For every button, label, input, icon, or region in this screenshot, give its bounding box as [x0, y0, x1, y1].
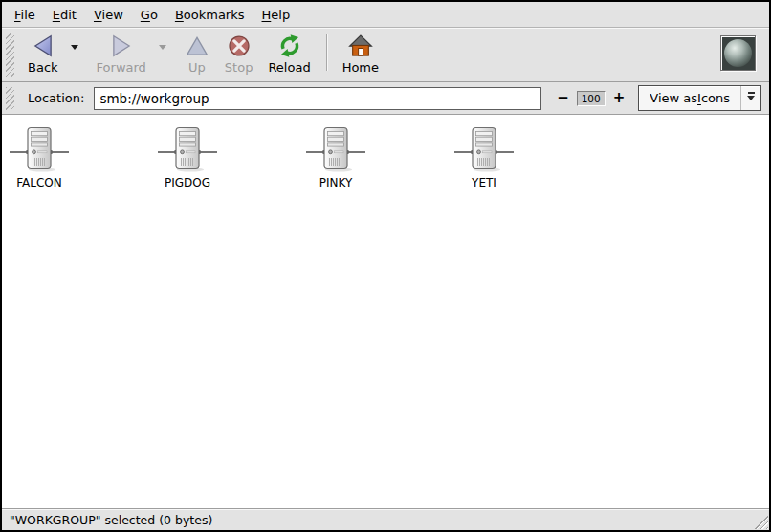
view-as-label: View as Icons [639, 86, 740, 110]
menu-edit[interactable]: Edit [44, 4, 85, 26]
nautilus-window: File Edit View Go Bookmarks Help Back Fo… [0, 0, 771, 532]
forward-button-label: Forward [97, 60, 146, 75]
stop-button-label: Stop [225, 60, 253, 75]
location-input[interactable] [94, 87, 541, 110]
view-as-dropdown[interactable]: View as Icons [638, 85, 761, 111]
chevron-down-icon [71, 45, 78, 54]
menu-view[interactable]: View [85, 4, 132, 26]
zoom-level-indicator[interactable]: 100 [577, 91, 606, 106]
stop-button[interactable]: Stop [217, 31, 261, 78]
home-button[interactable]: Home [335, 31, 386, 78]
menu-help[interactable]: Help [253, 4, 299, 26]
server-icon [305, 126, 366, 175]
server-icon [453, 126, 515, 175]
menubar: File Edit View Go Bookmarks Help [2, 2, 769, 28]
dropdown-arrow-icon [740, 86, 760, 110]
home-button-label: Home [342, 60, 379, 75]
stop-icon [227, 33, 252, 58]
menu-go[interactable]: Go [132, 4, 166, 26]
server-label: FALCON [16, 176, 62, 189]
zoom-out-button[interactable]: − [553, 91, 573, 105]
location-label: Location: [28, 91, 84, 105]
menu-file[interactable]: File [6, 4, 44, 26]
zoom-control: − 100 + [553, 91, 628, 106]
back-button-label: Back [28, 60, 58, 75]
chevron-down-icon [159, 45, 166, 54]
toolbar: Back Forward Up Stop [2, 28, 769, 82]
server-item-pigdog[interactable]: PIGDOG [150, 126, 225, 189]
forward-icon [109, 33, 134, 58]
zoom-in-button[interactable]: + [609, 91, 629, 105]
reload-button-label: Reload [268, 60, 310, 75]
reload-button[interactable]: Reload [260, 31, 318, 78]
server-icon [157, 126, 218, 175]
statusbar: "WORKGROUP" selected (0 bytes) [2, 508, 769, 530]
toolbar-drag-handle[interactable] [6, 33, 14, 77]
location-bar: Location: − 100 + View as Icons [2, 82, 769, 115]
server-label: YETI [472, 176, 496, 189]
icon-view[interactable]: FALCON [2, 115, 769, 508]
back-icon [31, 33, 55, 58]
back-button[interactable]: Back [20, 31, 66, 78]
server-item-yeti[interactable]: YETI [447, 126, 521, 189]
resize-grip[interactable] [752, 513, 768, 529]
server-icon [9, 126, 70, 175]
server-label: PIGDOG [165, 176, 210, 189]
server-label: PINKY [319, 176, 353, 189]
up-button-label: Up [188, 60, 206, 75]
up-arrow-icon [185, 33, 209, 58]
back-history-dropdown[interactable] [66, 31, 83, 63]
throbber [720, 35, 756, 71]
up-button[interactable]: Up [177, 31, 217, 78]
throbber-sphere-icon [724, 39, 752, 67]
home-icon [348, 33, 373, 58]
location-bar-drag-handle[interactable] [6, 87, 14, 110]
server-item-pinky[interactable]: PINKY [298, 126, 373, 189]
statusbar-text: "WORKGROUP" selected (0 bytes) [10, 513, 212, 527]
server-item-falcon[interactable]: FALCON [2, 126, 77, 189]
reload-icon [277, 33, 302, 58]
forward-button[interactable]: Forward [89, 31, 154, 78]
menu-bookmarks[interactable]: Bookmarks [166, 4, 253, 26]
icon-grid: FALCON [2, 115, 769, 189]
toolbar-separator [326, 34, 327, 71]
forward-history-dropdown[interactable] [154, 31, 171, 63]
